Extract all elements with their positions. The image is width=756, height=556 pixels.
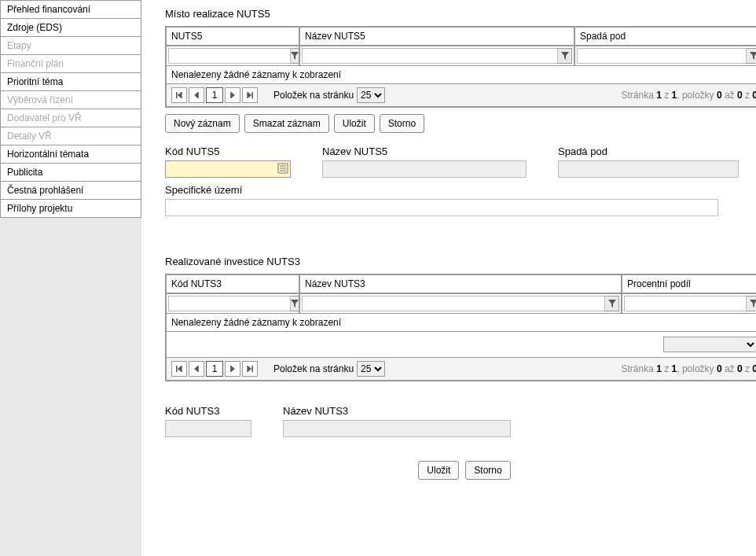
grid-nuts3-filter-procentni-input[interactable] [624,296,747,311]
footer-buttons: Uložit Storno [165,461,756,480]
grid-nuts5-filter-nuts5-input[interactable] [168,48,291,64]
grid-nuts5-filter-row [166,46,756,66]
items-per-page-select[interactable]: 25 [357,361,385,377]
nazev-nuts5-label: Název NUTS5 [322,145,527,157]
grid-nuts5-filter-nazev-input[interactable] [302,48,558,64]
section1-form-row1: Kód NUTS5 Název NUTS5 Spadá pod [165,145,756,178]
filter-icon[interactable] [605,296,619,311]
kod-nuts5-label: Kód NUTS5 [165,145,291,157]
filter-icon[interactable] [558,48,572,64]
grid-nuts3-footer: Položek na stránku 25 Stránka 1 z 1, pol… [166,358,756,381]
pager-page-input[interactable] [206,361,223,377]
sidebar-item-financni-plan: Finanční plán [0,55,141,73]
sidebar-item-publicita[interactable]: Publicita [0,164,141,182]
grid-nuts5-filter-spada-input[interactable] [577,48,747,64]
new-record-button[interactable]: Nový záznam [165,114,240,133]
kod-nuts3-label: Kód NUTS3 [165,405,251,417]
section2-form-row: Kód NUTS3 Název NUTS3 [165,405,756,437]
spada-pod-label: Spadá pod [558,145,739,157]
cancel-button[interactable]: Storno [380,114,424,133]
spec-uzemi-group: Specifické území [165,184,756,216]
grid-nuts3-filter-nazev-input[interactable] [302,296,605,311]
pager-next-button[interactable] [225,87,240,103]
footer-cancel-button[interactable]: Storno [465,461,510,480]
grid-nuts5-header-nuts5[interactable]: NUTS5 [166,27,299,46]
sidebar: Přehled financování Zdroje (EDS) Etapy F… [0,0,141,556]
grid-nuts5-header: NUTS5 Název NUTS5 Spadá pod [166,27,756,46]
items-per-page-label: Položek na stránku [273,363,354,374]
spec-uzemi-input[interactable] [165,199,718,216]
grid-nuts3-extra-row [166,332,756,358]
pager-next-button[interactable] [225,361,240,377]
grid-nuts3-header-procentni[interactable]: Procentní podíl [622,274,756,293]
grid-nuts5-header-spada[interactable]: Spadá pod [574,27,756,46]
pager-prev-button[interactable] [189,87,204,103]
grid-nuts5-empty: Nenalezeny žádné záznamy k zobrazení [166,66,756,84]
sidebar-item-dodavatel-pro-vr: Dodavatel pro VŘ [0,109,141,127]
pager [171,87,258,103]
pager-last-button[interactable] [242,361,258,377]
sidebar-item-detaily-vr: Detaily VŘ [0,127,141,145]
nazev-nuts3-label: Název NUTS3 [283,405,511,417]
delete-record-button[interactable]: Smazat záznam [244,114,329,133]
section1-title: Místo realizace NUTS5 [165,8,756,20]
main-content: Místo realizace NUTS5 NUTS5 Název NUTS5 … [141,0,756,556]
sidebar-item-prioritni-tema[interactable]: Prioritní téma [0,73,141,91]
sidebar-item-prehled-financovani[interactable]: Přehled financování [0,0,141,19]
filter-icon[interactable] [747,296,756,311]
grid-nuts3-header-kod[interactable]: Kód NUTS3 [166,274,299,293]
sidebar-item-vyberova-rizeni: Výběrová řízení [0,91,141,109]
items-per-page: Položek na stránku 25 [273,87,385,103]
pager-last-button[interactable] [242,87,258,103]
sidebar-item-prilohy-projektu[interactable]: Přílohy projektu [0,200,141,218]
pager-first-button[interactable] [171,87,187,103]
grid-nuts3-header: Kód NUTS3 Název NUTS3 Procentní podíl [166,274,756,293]
kod-nuts3-input [165,420,251,437]
page-info: Stránka 1 z 1, položky 0 až 0 z 0 [621,363,756,374]
sidebar-item-etapy: Etapy [0,37,141,55]
items-per-page-select[interactable]: 25 [357,87,385,103]
page-info: Stránka 1 z 1, položky 0 až 0 z 0 [621,90,756,101]
kod-nuts5-input[interactable] [165,160,291,178]
grid-nuts3-filter-kod-input[interactable] [168,296,291,311]
grid-nuts3-extra-dropdown[interactable] [663,337,756,352]
grid-nuts5-filter-nuts5 [166,46,299,66]
pager-first-button[interactable] [171,361,187,377]
grid-nuts5-header-nazev[interactable]: Název NUTS5 [299,27,574,46]
grid-nuts5-filter-spada [574,46,756,66]
grid-nuts5-filter-nazev [299,46,574,66]
filter-icon[interactable] [291,48,299,64]
pager-prev-button[interactable] [189,361,204,377]
sidebar-item-horizontalni-temata[interactable]: Horizontální témata [0,145,141,164]
sidebar-item-zdroje-eds[interactable]: Zdroje (EDS) [0,19,141,37]
items-per-page-label: Položek na stránku [273,90,354,101]
grid-nuts5: NUTS5 Název NUTS5 Spadá pod Nenalezeny ž… [165,26,756,108]
section1-buttons: Nový záznam Smazat záznam Uložit Storno [165,114,756,133]
pager [171,361,258,377]
grid-nuts3-header-nazev[interactable]: Název NUTS3 [299,274,622,293]
spada-pod-input [558,160,739,178]
footer-save-button[interactable]: Uložit [418,461,459,480]
spec-uzemi-label: Specifické území [165,184,756,196]
grid-nuts3: Kód NUTS3 Název NUTS3 Procentní podíl Ne… [165,274,756,381]
pager-page-input[interactable] [206,87,223,103]
grid-nuts3-empty: Nenalezeny žádné záznamy k zobrazení [166,314,756,332]
nazev-nuts3-input [283,420,511,437]
section2-title: Realizované investice NUTS3 [165,256,756,267]
sidebar-item-cestna-prohlaseni[interactable]: Čestná prohlášení [0,182,141,200]
grid-nuts5-footer: Položek na stránku 25 Stránka 1 z 1, pol… [166,84,756,107]
save-button[interactable]: Uložit [334,114,375,133]
filter-icon[interactable] [747,48,756,64]
filter-icon[interactable] [291,296,299,311]
nazev-nuts5-input [322,160,527,178]
